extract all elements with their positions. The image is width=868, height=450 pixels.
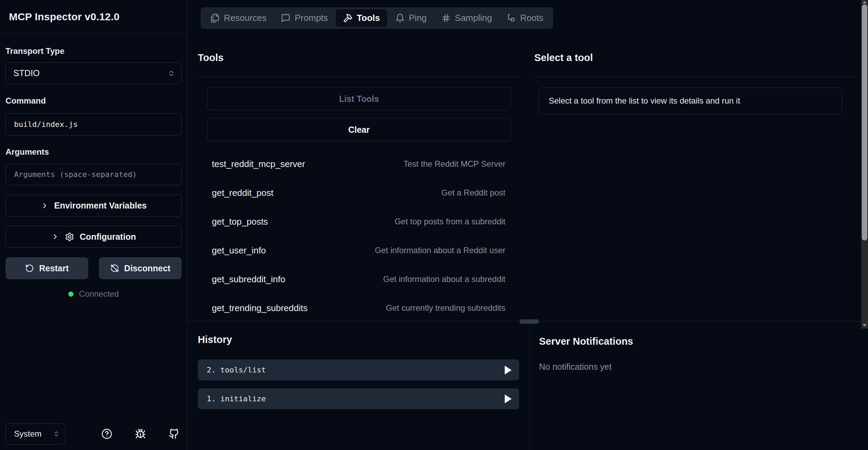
help-circle-icon — [101, 428, 112, 439]
tool-name: get_subreddit_info — [212, 274, 285, 285]
tool-description: Get information about a subreddit — [383, 274, 505, 284]
tool-description: Get a Reddit post — [441, 188, 505, 198]
server-notifications-title: Server Notifications — [539, 335, 841, 347]
tool-list-item[interactable]: get_trending_subreddits Get currently tr… — [198, 294, 520, 322]
chevrons-up-down-icon — [168, 70, 175, 77]
app-title: MCP Inspector v0.12.0 — [9, 11, 119, 23]
sidebar: MCP Inspector v0.12.0 Transport Type STD… — [0, 0, 187, 450]
environment-variables-button[interactable]: Environment Variables — [5, 194, 182, 217]
pane-resize-handle[interactable] — [519, 319, 539, 324]
history-panel: History 2. tools/list 1. initialize — [198, 322, 519, 409]
history-entry-label: 1. initialize — [207, 394, 266, 403]
github-button[interactable] — [166, 426, 182, 442]
history-entry[interactable]: 2. tools/list — [198, 359, 519, 380]
main-area: Resources Prompts Tools Ping — [187, 0, 868, 450]
notifications-empty-message: No notifications yet — [539, 362, 841, 372]
scroll-up-arrow-icon[interactable] — [863, 1, 867, 3]
tool-list-item[interactable]: get_reddit_post Get a Reddit post — [198, 178, 520, 207]
bottom-pane: History 2. tools/list 1. initialize Serv… — [187, 322, 868, 450]
tool-description: Get top posts from a subreddit — [395, 217, 505, 226]
tool-name: get_reddit_post — [212, 188, 273, 198]
divider — [529, 322, 530, 450]
tool-name: get_top_posts — [212, 216, 268, 227]
history-list: 2. tools/list 1. initialize — [198, 359, 519, 409]
tool-list-item[interactable]: test_reddit_mcp_server Test the Reddit M… — [198, 150, 520, 178]
restart-icon — [25, 264, 34, 273]
tools-panel: Tools List Tools Clear test_reddit_mcp_s… — [198, 0, 520, 322]
list-tools-button[interactable]: List Tools — [207, 87, 511, 110]
disconnect-label: Disconnect — [124, 263, 171, 273]
configuration-button[interactable]: Configuration — [5, 226, 182, 248]
sidebar-header: MCP Inspector v0.12.0 — [0, 0, 187, 34]
connection-actions: Restart Disconnect — [5, 257, 182, 279]
history-entry-label: 2. tools/list — [207, 366, 266, 374]
status-text: Connected — [79, 289, 119, 299]
tool-description: Test the Reddit MCP Server — [403, 159, 505, 169]
tool-detail-title: Select a tool — [534, 0, 857, 64]
transport-type-label: Transport Type — [5, 46, 182, 56]
tool-detail-panel: Select a tool Select a tool from the lis… — [534, 0, 857, 114]
scroll-down-arrow-icon[interactable] — [863, 324, 867, 327]
expand-triangle-icon — [505, 394, 512, 403]
clear-button[interactable]: Clear — [207, 118, 511, 141]
tool-detail-hint-text: Select a tool from the list to view its … — [549, 96, 740, 106]
command-label: Command — [5, 96, 182, 106]
tool-list-item[interactable]: get_top_posts Get top posts from a subre… — [198, 207, 520, 236]
bug-icon — [135, 428, 146, 439]
expand-triangle-icon — [505, 366, 512, 375]
tool-list-item[interactable]: get_subreddit_info Get information about… — [198, 265, 520, 294]
tool-list-item[interactable]: get_user_info Get information about a Re… — [198, 236, 520, 265]
restart-button[interactable]: Restart — [5, 257, 88, 279]
tool-name: test_reddit_mcp_server — [212, 159, 305, 169]
gear-icon — [65, 232, 74, 241]
server-notifications-panel: Server Notifications No notifications ye… — [539, 322, 841, 372]
tool-detail-hint: Select a tool from the list to view its … — [539, 87, 842, 114]
tool-name: get_user_info — [212, 245, 266, 256]
vertical-scrollbar[interactable] — [861, 0, 868, 329]
scrollbar-thumb[interactable] — [862, 4, 867, 240]
status-dot — [68, 292, 73, 297]
restart-label: Restart — [39, 263, 69, 273]
theme-select[interactable]: System — [5, 423, 66, 445]
divider — [534, 77, 857, 77]
transport-type-select[interactable]: STDIO — [5, 62, 182, 84]
disconnect-icon — [110, 264, 119, 273]
arguments-label: Arguments — [5, 147, 182, 157]
divider — [198, 77, 520, 77]
tool-name: get_trending_subreddits — [212, 303, 308, 313]
tool-description: Get information about a Reddit user — [375, 246, 505, 255]
chevron-right-icon — [41, 202, 49, 210]
arguments-input[interactable] — [5, 164, 182, 185]
help-button[interactable] — [99, 426, 115, 442]
tool-list: test_reddit_mcp_server Test the Reddit M… — [198, 150, 520, 322]
environment-variables-label: Environment Variables — [54, 201, 147, 211]
history-title: History — [198, 333, 519, 346]
disconnect-button[interactable]: Disconnect — [99, 257, 182, 279]
chevron-right-icon — [51, 233, 59, 241]
chevrons-up-down-icon — [53, 430, 60, 437]
theme-value: System — [14, 429, 42, 439]
sidebar-footer: System — [0, 423, 187, 450]
configuration-label: Configuration — [80, 232, 136, 242]
tools-actions: List Tools Clear — [207, 87, 511, 141]
report-bug-button[interactable] — [132, 426, 149, 442]
sidebar-body: Transport Type STDIO Command Arguments E… — [0, 34, 187, 299]
connection-status: Connected — [5, 289, 182, 299]
github-icon — [169, 428, 180, 439]
history-entry[interactable]: 1. initialize — [198, 388, 519, 409]
command-input[interactable] — [5, 113, 182, 135]
tool-description: Get currently trending subreddits — [386, 303, 505, 313]
transport-type-value: STDIO — [13, 68, 39, 78]
top-pane: Resources Prompts Tools Ping — [187, 0, 868, 321]
tools-panel-title: Tools — [198, 0, 520, 64]
